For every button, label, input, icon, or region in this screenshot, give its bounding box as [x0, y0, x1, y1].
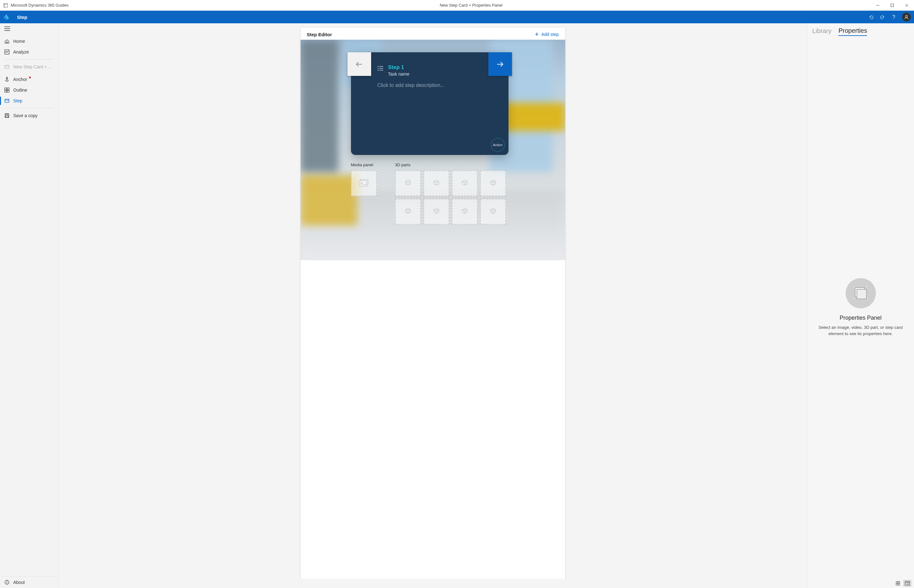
view-detail-button[interactable] [903, 580, 911, 587]
3d-part-slot[interactable] [424, 170, 449, 196]
window-maximize-button[interactable] [885, 0, 899, 11]
help-button[interactable] [890, 13, 898, 21]
cube-icon [489, 179, 497, 187]
svg-point-41 [854, 286, 855, 287]
3d-part-slot[interactable] [480, 170, 506, 196]
cube-icon [461, 179, 469, 187]
3d-part-slot[interactable] [480, 199, 506, 225]
svg-point-32 [377, 68, 379, 69]
sidebar-item-about[interactable]: About [0, 576, 58, 588]
task-name[interactable]: Task name [388, 71, 409, 76]
tab-library[interactable]: Library [812, 27, 831, 36]
app-logo[interactable] [0, 11, 13, 23]
sidebar-item-label: New Step Card + Pr… [13, 64, 54, 69]
3d-parts-label: 3D parts [395, 163, 506, 167]
svg-rect-17 [7, 88, 9, 90]
3d-part-slot[interactable] [452, 170, 478, 196]
add-step-button[interactable]: + Add step [535, 31, 559, 38]
analyze-icon [5, 50, 10, 55]
cube-icon [404, 208, 412, 215]
sidebar-item-save-copy[interactable]: Save a copy [0, 110, 58, 121]
sidebar-item-label: Save a copy [13, 113, 37, 118]
step-title[interactable]: Step 1 [388, 64, 409, 71]
editor-title: Step Editor [307, 32, 332, 37]
step-icon [5, 98, 10, 103]
editor-stage: Step Editor + Add step [58, 23, 807, 578]
app-title: Microsoft Dynamics 365 Guides [11, 3, 69, 8]
ribbon-bar: Step [0, 11, 914, 23]
cube-icon [433, 208, 440, 215]
redo-button[interactable] [878, 13, 887, 21]
next-step-button[interactable] [489, 52, 512, 76]
ribbon-breadcrumb[interactable]: Step [17, 15, 28, 20]
sidebar-item-label: Analyze [13, 50, 29, 55]
sidebar-item-analyze[interactable]: Analyze [0, 47, 58, 57]
anchor-icon [5, 77, 10, 82]
action-button[interactable]: Action [491, 138, 505, 152]
svg-point-6 [906, 15, 908, 17]
sidebar-item-label: Anchor [13, 77, 27, 82]
svg-rect-20 [5, 99, 9, 102]
svg-point-42 [866, 286, 867, 287]
svg-point-5 [893, 18, 894, 19]
properties-panel: Library Properties Properties Panel Sele… [807, 23, 914, 578]
properties-empty-title: Properties Panel [840, 315, 882, 321]
cube-icon [489, 208, 497, 215]
window-minimize-button[interactable] [870, 0, 885, 11]
media-slot[interactable] [351, 170, 377, 196]
app-icon [3, 3, 8, 8]
svg-rect-18 [5, 90, 6, 92]
properties-empty-icon [846, 278, 876, 309]
3d-part-slot[interactable] [424, 199, 449, 225]
arrow-left-icon [355, 60, 364, 69]
sidebar-item-label: Home [13, 39, 25, 44]
svg-rect-2 [891, 4, 894, 6]
list-icon [377, 66, 383, 71]
grid-icon [896, 581, 900, 585]
sidebar-item-label: Outline [13, 87, 27, 93]
view-grid-button[interactable] [894, 580, 902, 587]
undo-button[interactable] [867, 13, 875, 21]
cube-icon [433, 179, 440, 187]
svg-rect-19 [7, 90, 9, 92]
window-titlebar: Microsoft Dynamics 365 Guides New Step C… [0, 0, 914, 11]
properties-empty-subtitle: Select an image, video, 3D part, or step… [817, 325, 904, 337]
editor-card: Step Editor + Add step [301, 28, 565, 578]
tab-properties[interactable]: Properties [838, 27, 867, 36]
sidebar-toggle[interactable] [0, 23, 58, 33]
plus-icon: + [535, 31, 539, 38]
sidebar-item-home[interactable]: Home [0, 36, 58, 47]
3d-part-slot[interactable] [395, 199, 421, 225]
save-icon [5, 113, 10, 118]
detail-icon [905, 581, 910, 585]
sidebar-item-document[interactable]: New Step Card + Pr… [0, 61, 58, 72]
stage-canvas: Step 1 Task name Click to add step descr… [301, 40, 565, 260]
svg-rect-11 [5, 65, 9, 68]
svg-rect-40 [857, 289, 866, 299]
document-title: New Step Card + Properties Panel [72, 3, 870, 8]
account-avatar[interactable] [902, 13, 911, 21]
image-icon [359, 179, 369, 187]
step-card[interactable]: Step 1 Task name Click to add step descr… [351, 52, 508, 155]
sidebar-item-outline[interactable]: Outline [0, 85, 58, 95]
media-panel-label: Media panel [351, 163, 377, 167]
prev-step-button[interactable] [348, 52, 371, 76]
svg-point-26 [6, 581, 7, 582]
view-switch [807, 578, 914, 588]
svg-rect-24 [6, 116, 8, 118]
info-icon [5, 580, 10, 585]
3d-part-slot[interactable] [452, 199, 478, 225]
window-close-button[interactable] [899, 0, 914, 11]
svg-point-13 [6, 77, 8, 78]
svg-rect-45 [896, 582, 898, 583]
3d-part-slot[interactable] [395, 170, 421, 196]
action-label: Action [493, 143, 503, 147]
step-description-input[interactable]: Click to add step description... [377, 82, 499, 88]
sidebar-item-anchor[interactable]: Anchor [0, 74, 58, 85]
svg-rect-49 [905, 582, 909, 585]
sidebar-item-step[interactable]: Step [0, 95, 58, 106]
cube-icon [461, 208, 469, 215]
card-icon [5, 64, 10, 69]
svg-point-30 [377, 66, 379, 67]
sidebar-item-label: Step [13, 98, 23, 103]
